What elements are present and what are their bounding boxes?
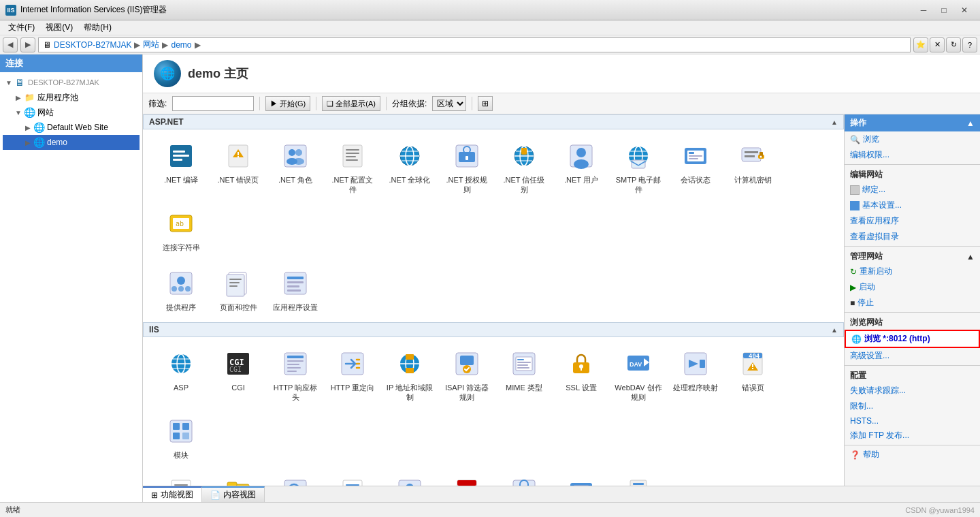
breadcrumb-sites[interactable]: 网站 <box>143 39 159 50</box>
session-icon <box>682 142 709 170</box>
modules-item[interactable]: 模块 <box>154 410 208 465</box>
grid-view-button[interactable]: ⊞ <box>478 96 493 111</box>
smtp-item[interactable]: SMTP 电子邮件 <box>611 135 666 200</box>
back-button[interactable]: ◀ <box>3 37 18 52</box>
toolbar-x[interactable]: ✕ <box>930 37 945 52</box>
content-view-icon: 📄 <box>210 490 220 500</box>
toolbar-question[interactable]: ? <box>962 37 977 52</box>
start-filter-button[interactable]: ▶ 开始(G) <box>265 96 310 111</box>
limits-action[interactable]: 限制... <box>845 398 980 414</box>
cgi-item[interactable]: CGI CGI CGI <box>211 343 265 407</box>
failedreq-item[interactable]: 失败请求跟踪规则 <box>440 470 494 486</box>
viewapp-action[interactable]: 查看应用程序 <box>845 213 980 229</box>
mime-item[interactable]: MIME 类型 <box>497 343 551 407</box>
asp-item[interactable]: ASP <box>154 343 208 407</box>
breadcrumb-sep2: ▶ <box>162 40 168 50</box>
close-button[interactable]: ✕ <box>954 3 975 17</box>
defaultdoc-item[interactable]: 默认文档 <box>154 470 208 486</box>
iis-collapse-button[interactable]: ▲ <box>831 326 838 334</box>
aspnet-users-item[interactable]: .NET 用户 <box>554 135 608 200</box>
edit-permissions-action[interactable]: 编辑权限... <box>845 147 980 163</box>
bind-action[interactable]: 绑定... <box>845 182 980 198</box>
tree-toggle-defaultsite[interactable]: ▶ <box>23 124 33 131</box>
browse-port-action[interactable]: 🌐 浏览 *:8012 (http) <box>845 330 980 348</box>
managesite-collapse[interactable]: ▲ <box>966 252 975 262</box>
basicsettings-action[interactable]: 基本设置... <box>845 198 980 213</box>
menu-file[interactable]: 文件(F) <box>3 20 40 35</box>
tree-item-server[interactable]: ▼ 🖥 DESKTOP-B27MJAK <box>3 75 140 90</box>
provider-item[interactable]: 提供程序 <box>154 262 208 317</box>
authentication-item[interactable]: 身份验证 <box>382 470 437 486</box>
menu-help[interactable]: 帮助(H) <box>78 20 117 35</box>
tab-content-view[interactable]: 📄 内容视图 <box>202 486 265 502</box>
menu-view[interactable]: 视图(V) <box>40 20 78 35</box>
tree-item-sites[interactable]: ▼ 🌐 网站 <box>3 105 140 120</box>
dirbrowse-item[interactable]: 目录浏览 <box>211 470 265 486</box>
appsettings-item[interactable]: 应用程序设置 <box>268 262 323 317</box>
authrules-item[interactable]: 授权规则 <box>497 470 551 486</box>
handlers-item[interactable]: 处理程序映射 <box>668 343 723 407</box>
aspnet-globalization-item[interactable]: .NET 全球化 <box>382 135 437 200</box>
aspnet-compile-item[interactable]: .NET 编译 <box>154 135 208 200</box>
compression-item[interactable]: 压缩 <box>611 470 666 486</box>
tree-item-apppool[interactable]: ▶ 📁 应用程序池 <box>3 90 140 105</box>
stop-action[interactable]: ■ 停止 <box>845 295 980 311</box>
tree-toggle-demo[interactable]: ▶ <box>23 139 33 146</box>
httpheaders-item[interactable]: HTTP 响应标头 <box>268 343 323 407</box>
isapi-item[interactable]: ISAPI 筛选器规则 <box>440 343 494 407</box>
forward-button[interactable]: ▶ <box>20 37 35 52</box>
aspnet-trust-item[interactable]: .NET 信任级别 <box>497 135 551 200</box>
outputcache-item[interactable]: 输出缓存 <box>554 470 608 486</box>
group-select[interactable]: 区域 无 <box>432 96 466 111</box>
tree-toggle-apppool[interactable]: ▶ <box>14 94 23 101</box>
toolbar-refresh[interactable]: ↻ <box>946 37 961 52</box>
requestfilter-item[interactable]: 请求筛选 <box>268 470 323 486</box>
aspnet-collapse-button[interactable]: ▲ <box>831 119 838 126</box>
restart-action[interactable]: ↻ 重新启动 <box>845 264 980 279</box>
svg-text:DAV: DAV <box>630 361 642 368</box>
httpheaders-icon-box <box>279 347 312 380</box>
actions-header-collapse[interactable]: ▲ <box>966 119 975 128</box>
help-action[interactable]: ❓ 帮助 <box>845 447 980 463</box>
ssl-item[interactable]: SSL 设置 <box>554 343 608 407</box>
browse-action[interactable]: 🔍 浏览 <box>845 131 980 147</box>
aspnet-authrules-item[interactable]: .NET 授权规则 <box>440 135 494 200</box>
filter-sep3 <box>386 97 387 110</box>
svg-rect-41 <box>632 160 645 168</box>
svg-rect-147 <box>513 480 535 486</box>
ipdomains-icon <box>396 350 423 377</box>
tree-item-defaultsite[interactable]: ▶ 🌐 Default Web Site <box>3 120 140 135</box>
tree-toggle-sites[interactable]: ▼ <box>14 109 23 116</box>
maximize-button[interactable]: □ <box>934 3 954 17</box>
filter-input[interactable] <box>172 96 254 111</box>
viewvdir-action[interactable]: 查看虚拟目录 <box>845 229 980 245</box>
aspnet-errorpage-item[interactable]: .NET 错误页 <box>211 135 265 200</box>
tree-toggle-server[interactable]: ▼ <box>4 79 14 87</box>
stop-label: 停止 <box>858 297 874 309</box>
pages-item[interactable]: 页面和控件 <box>211 262 265 317</box>
logging-item[interactable]: 日志 <box>325 470 380 486</box>
aspnet-config-item[interactable]: .NET 配置文件 <box>325 135 380 200</box>
editsite-group: 编辑网站 <box>845 166 980 182</box>
start-action[interactable]: ▶ 启动 <box>845 279 980 295</box>
httpredirect-item[interactable]: HTTP 重定向 <box>325 343 380 407</box>
toolbar-star[interactable]: ⭐ <box>913 37 928 52</box>
advanced-action[interactable]: 高级设置... <box>845 348 980 364</box>
hsts-action[interactable]: HSTS... <box>845 414 980 428</box>
ftppublish-action[interactable]: 添加 FTP 发布... <box>845 428 980 443</box>
minimize-button[interactable]: ─ <box>913 3 934 17</box>
webdav-item[interactable]: DAV WebDAV 创作规则 <box>611 343 666 407</box>
errorpages-item[interactable]: 404 错误页 <box>725 343 780 407</box>
aspnet-roles-item[interactable]: .NET 角色 <box>268 135 323 200</box>
showall-button[interactable]: ❑ 全部显示(A) <box>322 96 380 111</box>
svg-rect-70 <box>287 289 301 292</box>
tree-item-demo[interactable]: ▶ 🌐 demo <box>3 135 140 150</box>
connstring-item[interactable]: ab 连接字符串 <box>154 202 208 257</box>
tab-functional-view[interactable]: ⊞ 功能视图 <box>143 486 202 502</box>
ipdomains-item[interactable]: IP 地址和域限制 <box>382 343 437 407</box>
failedtrace-action[interactable]: 失败请求跟踪... <box>845 383 980 398</box>
machinekey-item[interactable]: 计算机密钥 <box>725 135 780 200</box>
session-item[interactable]: 会话状态 <box>668 135 723 200</box>
breadcrumb-server[interactable]: DESKTOP-B27MJAK <box>54 40 131 50</box>
breadcrumb-demo[interactable]: demo <box>171 40 191 50</box>
